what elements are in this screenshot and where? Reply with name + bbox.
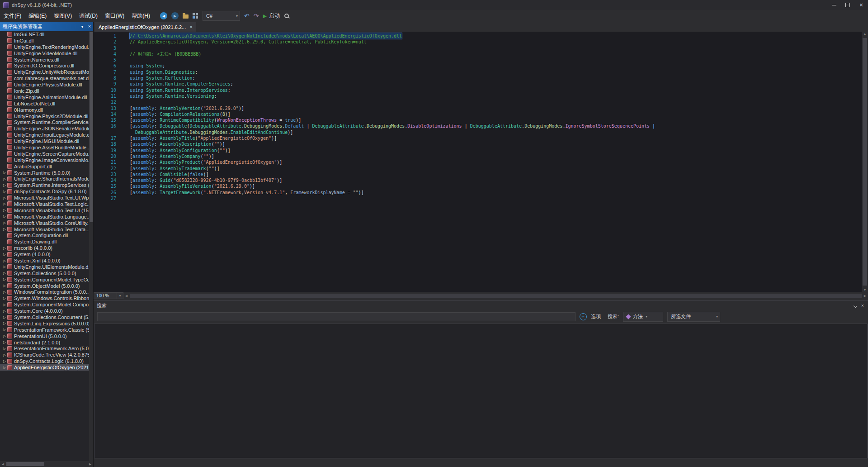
search-kind-combo[interactable]: 方法 ▾ — [623, 312, 663, 322]
tree-item[interactable]: LibNoiseDotNet.dll — [0, 100, 89, 107]
scrollbar-thumb[interactable] — [90, 32, 93, 222]
tree-item[interactable]: UnityEngine.TextRenderingModul... — [0, 44, 89, 50]
tree-item[interactable]: ▷Microsoft.VisualStudio.Text.UI (15... — [0, 207, 89, 214]
navigate-back-button[interactable]: ◀ — [160, 12, 167, 19]
scroll-right-icon[interactable]: ▶ — [87, 462, 93, 466]
tree-item[interactable]: UnityEngine.JSONSerializeModule... — [0, 125, 89, 132]
tree-item[interactable]: ▷System.Core (4.0.0.0) — [0, 308, 89, 314]
start-button[interactable]: ▶ 启动 — [263, 12, 279, 20]
expander-icon[interactable]: ▷ — [2, 328, 7, 332]
expander-icon[interactable]: ▷ — [2, 366, 7, 370]
scrollbar-thumb[interactable] — [6, 462, 44, 466]
tree-item[interactable]: ▷System.Collections (5.0.0.0) — [0, 270, 89, 276]
tree-item[interactable]: UnityEngine.IMGUIModule.dll — [0, 138, 89, 144]
tree-item[interactable]: ▷System.Xml (4.0.0.0) — [0, 257, 89, 264]
tree-item[interactable]: UnityEngine.Physics2DModule.dll — [0, 113, 89, 119]
tree-item[interactable]: ▷netstandard (2.1.0.0) — [0, 339, 89, 346]
open-file-icon[interactable] — [183, 14, 189, 19]
scroll-down-icon[interactable]: ▼ — [862, 288, 868, 291]
tree-item[interactable]: ▷mscorlib (4.0.0.0) — [0, 245, 89, 251]
expander-icon[interactable]: ▷ — [2, 309, 7, 313]
expander-icon[interactable]: ▷ — [2, 253, 7, 257]
scroll-right-icon[interactable]: ▶ — [862, 294, 868, 298]
scrollbar-thumb[interactable] — [130, 294, 862, 298]
tree-item[interactable]: ArabicSupport.dll — [0, 163, 89, 170]
tree-item[interactable]: UnityEngine.ScreenCaptureModu... — [0, 151, 89, 157]
tree-item[interactable]: System.Drawing.dll — [0, 238, 89, 245]
tree-item[interactable]: ▷System.Runtime.InteropServices (... — [0, 182, 89, 188]
tree-item[interactable]: ▷UnityEngine.UIElementsModule.d... — [0, 264, 89, 270]
tree-item[interactable]: ▷UnityEngine.SharedInternalsModu... — [0, 176, 89, 182]
tree-item[interactable]: UnityEngine.InputLegacyModule.d... — [0, 132, 89, 138]
tree-item[interactable]: ▷System.ComponentModel.Compo... — [0, 301, 89, 308]
tree-item[interactable]: UnityEngine.UnityWebRequestMo... — [0, 69, 89, 75]
expander-icon[interactable]: ▷ — [2, 271, 7, 275]
tree-item[interactable]: System.IO.Compression.dll — [0, 62, 89, 69]
expander-icon[interactable]: ▷ — [2, 334, 7, 338]
tree-item[interactable]: UnityEngine.VideoModule.dll — [0, 50, 89, 57]
tree-item[interactable]: UnityEngine.PhysicsModule.dll — [0, 81, 89, 88]
tree-item[interactable]: ▷PresentationFramework.Aero (5.0... — [0, 346, 89, 352]
tree-item[interactable]: ▷PresentationUI (5.0.0.0) — [0, 333, 89, 339]
undo-button[interactable]: ↶ — [244, 12, 250, 19]
modules-icon[interactable] — [193, 13, 198, 19]
tree-item[interactable]: ▷dnSpy.Contracts.DnSpy (6.1.8.0) — [0, 188, 89, 195]
tree-item[interactable]: ▷Microsoft.VisualStudio.Text.Logic... — [0, 201, 89, 207]
expander-icon[interactable]: ▷ — [2, 347, 7, 351]
options-chevron-icon[interactable] — [580, 313, 587, 320]
tree-item[interactable]: ▷System.Runtime (5.0.0.0) — [0, 170, 89, 176]
zoom-dropdown-button[interactable]: ▾ — [117, 292, 123, 299]
search-scope-combo[interactable]: 所选文件 ▾ — [667, 312, 720, 322]
tree-item[interactable]: System.Numerics.dll — [0, 57, 89, 63]
expander-icon[interactable]: ▷ — [2, 284, 7, 288]
expander-icon[interactable]: ▷ — [2, 190, 7, 194]
tree-item[interactable]: ImGui.dll — [0, 38, 89, 44]
zoom-combo[interactable]: 100 % — [94, 292, 117, 299]
tree-item[interactable]: ▷System.ComponentModel.TypeCo... — [0, 276, 89, 283]
tree-item[interactable]: ▷System (4.0.0.0) — [0, 251, 89, 257]
search-results-area[interactable] — [94, 324, 868, 458]
scroll-up-icon[interactable]: ▲ — [862, 32, 868, 35]
expander-icon[interactable]: ▷ — [2, 227, 7, 231]
tree-item[interactable]: UnityEngine.AnimationModule.dll — [0, 94, 89, 100]
expander-icon[interactable]: ▷ — [2, 246, 7, 250]
search-input[interactable] — [97, 312, 576, 321]
scroll-left-icon[interactable]: ◀ — [0, 462, 6, 466]
expander-icon[interactable]: ▷ — [2, 265, 7, 269]
search-icon[interactable] — [284, 13, 290, 19]
tree-item[interactable]: ▷dnSpy.Contracts.Logic (6.1.8.0) — [0, 358, 89, 364]
tree-item[interactable]: ▷WindowsFormsIntegration (5.0.0... — [0, 289, 89, 295]
tree-item[interactable]: System.Runtime.CompilerServices... — [0, 119, 89, 125]
menu-item[interactable]: 帮助(H) — [128, 10, 154, 22]
close-button[interactable]: × — [854, 0, 868, 10]
expander-icon[interactable]: ▷ — [2, 183, 7, 187]
tree-item[interactable]: ▷System.Collections.Concurrent (5... — [0, 314, 89, 320]
navigate-forward-button[interactable]: ▶ — [171, 12, 179, 19]
tree-item[interactable]: ▷Microsoft.VisualStudio.CoreUtility... — [0, 220, 89, 226]
tree-item[interactable]: ▷System.Windows.Controls.Ribbon... — [0, 295, 89, 301]
tree-vertical-scrollbar[interactable] — [89, 31, 93, 461]
expander-icon[interactable]: ▷ — [2, 177, 7, 181]
expander-icon[interactable]: ▷ — [2, 359, 7, 363]
tree-item[interactable]: ▷System.Linq.Expressions (5.0.0.0) — [0, 320, 89, 327]
tree-item[interactable]: ▷Microsoft.VisualStudio.Text.UI.Wp... — [0, 195, 89, 201]
tree-item[interactable]: ImGui.NET.dll — [0, 31, 89, 38]
language-combo[interactable]: C# ▾ — [203, 11, 240, 21]
tree-item[interactable]: ▷System.ObjectModel (5.0.0.0) — [0, 283, 89, 289]
maximize-button[interactable] — [841, 0, 854, 10]
editor-vertical-scrollbar[interactable]: ▲ ▼ — [862, 32, 868, 292]
tree-item[interactable]: UnityEngine.AssetBundleModule.... — [0, 144, 89, 151]
panel-position-button[interactable] — [852, 302, 859, 310]
tree-item[interactable]: Ionic.Zip.dll — [0, 88, 89, 94]
tree-item[interactable]: ▷AppliedEnergisticOfOxygen (2021... — [0, 364, 89, 371]
menu-item[interactable]: 调试(D) — [75, 10, 101, 22]
editor-horizontal-scrollbar[interactable]: ◀ ▶ — [123, 293, 868, 299]
tree-item[interactable]: UnityEngine.ImageConversionMo... — [0, 157, 89, 163]
expander-icon[interactable]: ▷ — [2, 171, 7, 175]
code-editor[interactable]: 1// C:\Users\Annarocia\Documents\Klei\Ox… — [94, 32, 868, 292]
options-label[interactable]: 选项 — [591, 313, 601, 320]
expander-icon[interactable]: ▷ — [2, 321, 7, 325]
menu-item[interactable]: 视图(V) — [50, 10, 75, 22]
expander-icon[interactable]: ▷ — [2, 208, 7, 212]
expander-icon[interactable]: ▷ — [2, 202, 7, 206]
